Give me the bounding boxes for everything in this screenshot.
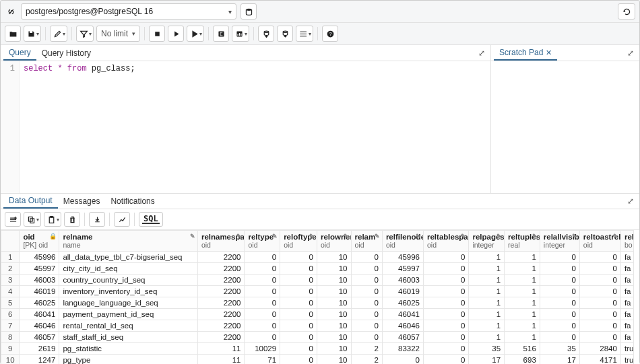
cell-relname[interactable]: city_city_id_seq xyxy=(59,263,198,275)
cell-rel[interactable]: fa xyxy=(620,309,633,320)
cell-rel[interactable]: tru xyxy=(620,343,633,355)
cell-relfilenode[interactable]: 45997 xyxy=(382,263,423,275)
cell-reltablespace[interactable]: 0 xyxy=(423,355,468,365)
cell-relname[interactable]: rental_rental_id_seq xyxy=(59,320,198,332)
cell-rel[interactable]: fa xyxy=(620,286,633,297)
cell-reltoastrelid[interactable]: 0 xyxy=(579,297,620,309)
cell-relname[interactable]: staff_staff_id_seq xyxy=(59,332,198,343)
cell-reltype[interactable]: 0 xyxy=(245,252,280,263)
close-icon[interactable]: ✕ xyxy=(546,48,552,57)
row-number[interactable]: 5 xyxy=(1,297,20,309)
cell-relowner[interactable]: 10 xyxy=(317,320,351,332)
cell-reltablespace[interactable]: 0 xyxy=(423,252,468,263)
cell-reltablespace[interactable]: 0 xyxy=(423,275,468,286)
cell-reltoastrelid[interactable]: 0 xyxy=(579,332,620,343)
cell-relam[interactable]: 0 xyxy=(351,297,382,309)
scratch-editor[interactable] xyxy=(491,61,639,193)
cell-relnamespace[interactable]: 2200 xyxy=(197,263,245,275)
copy-button[interactable]: ▾ xyxy=(24,212,41,227)
cell-relname[interactable]: pg_type xyxy=(59,355,198,365)
cell-reltablespace[interactable]: 0 xyxy=(423,286,468,297)
cell-rel[interactable]: fa xyxy=(620,263,633,275)
cell-oid[interactable]: 46025 xyxy=(20,297,59,309)
cell-relpages[interactable]: 1 xyxy=(469,320,505,332)
cell-oid[interactable]: 2619 xyxy=(20,343,59,355)
cell-reloftype[interactable]: 0 xyxy=(280,286,317,297)
help-button[interactable]: ? xyxy=(322,26,338,42)
cell-relfilenode[interactable]: 0 xyxy=(382,355,423,365)
column-header-relam[interactable]: relamoid✎ xyxy=(351,231,382,252)
cell-relam[interactable]: 0 xyxy=(351,320,382,332)
rollback-button[interactable] xyxy=(277,26,293,42)
cell-relpages[interactable]: 1 xyxy=(469,286,505,297)
column-header-relnamespace[interactable]: relnamespaceoid✎ xyxy=(197,231,245,252)
cell-reltoastrelid[interactable]: 0 xyxy=(579,252,620,263)
cell-oid[interactable]: 46003 xyxy=(20,275,59,286)
edit-button[interactable]: ▾ xyxy=(50,26,67,42)
table-row[interactable]: 101247pg_type117101020017693174171tru xyxy=(1,355,634,365)
execute-button[interactable] xyxy=(168,26,184,42)
column-header-reltuples[interactable]: reltuplesreal✎ xyxy=(505,231,540,252)
cell-relname[interactable]: all_data_type_tbl_c7-bigserial_seq xyxy=(59,252,198,263)
cell-relpages[interactable]: 1 xyxy=(469,332,505,343)
cell-relfilenode[interactable]: 46046 xyxy=(382,320,423,332)
table-row[interactable]: 346003country_country_id_seq220000100460… xyxy=(1,275,634,286)
cell-oid[interactable]: 45996 xyxy=(20,252,59,263)
cell-relnamespace[interactable]: 2200 xyxy=(197,286,245,297)
cell-relfilenode[interactable]: 45996 xyxy=(382,252,423,263)
cell-relowner[interactable]: 10 xyxy=(317,332,351,343)
cell-relowner[interactable]: 10 xyxy=(317,286,351,297)
sql-editor[interactable]: 1 select * from pg_class; xyxy=(1,61,490,193)
cell-relowner[interactable]: 10 xyxy=(317,275,351,286)
cell-relam[interactable]: 2 xyxy=(351,355,382,365)
explain-analyze-button[interactable]: ▾ xyxy=(232,26,249,42)
cell-rel[interactable]: fa xyxy=(620,320,633,332)
cell-reltuples[interactable]: 693 xyxy=(505,355,540,365)
cell-relnamespace[interactable]: 2200 xyxy=(197,297,245,309)
cell-reltype[interactable]: 0 xyxy=(245,297,280,309)
cell-reltype[interactable]: 0 xyxy=(245,275,280,286)
row-number[interactable]: 4 xyxy=(1,286,20,297)
cell-oid[interactable]: 1247 xyxy=(20,355,59,365)
delete-row-button[interactable] xyxy=(64,212,80,227)
tab-messages[interactable]: Messages xyxy=(58,194,106,208)
row-limit-select[interactable]: No limit ▾ xyxy=(96,26,140,42)
save-file-button[interactable]: ▾ xyxy=(24,26,41,42)
cell-relallvisible[interactable]: 0 xyxy=(540,297,579,309)
cell-relam[interactable]: 0 xyxy=(351,332,382,343)
cell-reltype[interactable]: 10029 xyxy=(245,343,280,355)
cell-relowner[interactable]: 10 xyxy=(317,343,351,355)
cell-reltoastrelid[interactable]: 0 xyxy=(579,320,620,332)
cell-relnamespace[interactable]: 2200 xyxy=(197,275,245,286)
cell-reltype[interactable]: 0 xyxy=(245,320,280,332)
cell-relam[interactable]: 0 xyxy=(351,263,382,275)
cell-rel[interactable]: tru xyxy=(620,355,633,365)
row-number[interactable]: 9 xyxy=(1,343,20,355)
cell-relallvisible[interactable]: 35 xyxy=(540,343,579,355)
sql-button[interactable]: SQL xyxy=(139,212,163,227)
cell-rel[interactable]: fa xyxy=(620,252,633,263)
table-row[interactable]: 145996all_data_type_tbl_c7-bigserial_seq… xyxy=(1,252,634,263)
cell-reltablespace[interactable]: 0 xyxy=(423,320,468,332)
cell-reltablespace[interactable]: 0 xyxy=(423,343,468,355)
cell-reltype[interactable]: 0 xyxy=(245,309,280,320)
row-number[interactable]: 6 xyxy=(1,309,20,320)
cell-relam[interactable]: 0 xyxy=(351,275,382,286)
connection-dropdown[interactable]: postgres/postgres@PostgreSQL 16 ▾ xyxy=(21,3,236,20)
cell-reltuples[interactable]: 1 xyxy=(505,332,540,343)
column-header-relowner[interactable]: relowneroid✎ xyxy=(317,231,351,252)
cell-reloftype[interactable]: 0 xyxy=(280,320,317,332)
cell-relallvisible[interactable]: 0 xyxy=(540,252,579,263)
cell-relam[interactable]: 0 xyxy=(351,286,382,297)
cell-reltoastrelid[interactable]: 0 xyxy=(579,309,620,320)
cell-rel[interactable]: fa xyxy=(620,275,633,286)
cell-relallvisible[interactable]: 0 xyxy=(540,275,579,286)
cell-relfilenode[interactable]: 46041 xyxy=(382,309,423,320)
cell-relowner[interactable]: 10 xyxy=(317,263,351,275)
cell-relallvisible[interactable]: 0 xyxy=(540,309,579,320)
cell-reltype[interactable]: 0 xyxy=(245,286,280,297)
tab-query[interactable]: Query xyxy=(3,46,36,61)
tab-scratch-pad[interactable]: Scratch Pad✕ xyxy=(494,46,557,61)
table-row[interactable]: 92619pg_statistic11100290102833220355163… xyxy=(1,343,634,355)
cell-relfilenode[interactable]: 83322 xyxy=(382,343,423,355)
